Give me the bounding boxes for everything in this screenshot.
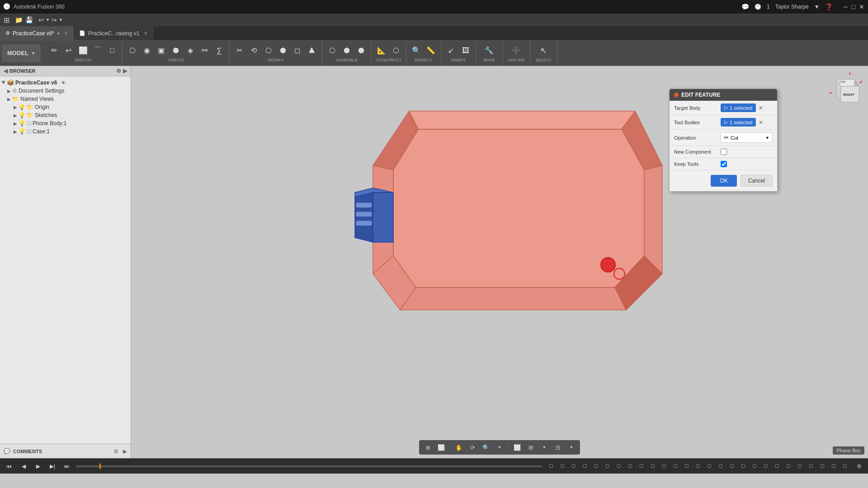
timeline-event-26[interactable]: ⬡ [840,461,850,471]
ribbon-create-combine-icon[interactable]: ∑ [213,44,226,57]
timeline-event-23[interactable]: ⬡ [806,461,816,471]
operation-dropdown[interactable]: ✂ Cut ▼ [721,132,773,143]
ribbon-create-revolve-icon[interactable]: ◉ [141,44,153,57]
tool-bodies-clear-btn[interactable]: ✕ [759,119,763,126]
app-menu-icon[interactable]: ⊞ [4,16,9,24]
ribbon-sketch-line-icon[interactable]: ⬜ [77,44,90,57]
keep-tools-checkbox[interactable] [721,161,727,167]
viewport-fit-btn[interactable]: ⬜ [435,441,447,453]
tree-item-origin[interactable]: ▶ 💡 📁 Origin [0,103,131,111]
ribbon-create-hole-icon[interactable]: ◈ [184,44,197,57]
tree-item-doc-settings[interactable]: ▶ ⚙ Document Settings [0,87,131,95]
timeline-event-0[interactable]: ⬡ [546,461,556,471]
open-icon[interactable]: 📁 [15,16,23,23]
undo-icon[interactable]: ↩ [38,16,44,23]
viewport-zoom-btn[interactable]: 🔍 [480,441,492,453]
timeline-event-6[interactable]: ⬡ [614,461,624,471]
timeline-event-4[interactable]: ⬡ [591,461,601,471]
comments-settings-icon[interactable]: ⚙ [113,448,118,455]
viewport-zoom-dropdown-btn[interactable]: ▼ [494,441,505,453]
viewport[interactable]: RIGHT TOP EDIT FEATURE Target Body ▷ 1 s… [131,66,868,458]
minimize-button[interactable]: ─ [844,3,848,10]
viewport-display-btn[interactable]: ⬜ [511,441,523,453]
cancel-button[interactable]: Cancel [741,175,773,187]
ribbon-construct-plane-icon[interactable]: 📐 [375,44,388,57]
timeline-event-13[interactable]: ⬡ [693,461,703,471]
close-button[interactable]: ✕ [859,3,864,10]
timeline-event-18[interactable]: ⬡ [750,461,760,471]
ribbon-inspect-section-icon[interactable]: 📏 [425,44,437,57]
timeline-event-22[interactable]: ⬡ [795,461,805,471]
timeline-event-3[interactable]: ⬡ [580,461,590,471]
timeline-event-11[interactable]: ⬡ [670,461,680,471]
ribbon-assemble-motion-icon[interactable]: ⬣ [355,44,368,57]
ribbon-sketch-rect-icon[interactable]: □ [106,44,118,57]
ribbon-sketch-create-icon[interactable]: ✏ [48,44,61,57]
timeline-play-btn[interactable]: ▶ [33,461,43,472]
timeline-event-20[interactable]: ⬡ [772,461,782,471]
ribbon-construct-axis-icon[interactable]: ⬡ [390,44,402,57]
ribbon-make-print-icon[interactable]: 🔧 [483,44,495,57]
ribbon-modify-combine-icon[interactable]: ◻ [291,44,304,57]
save-icon[interactable]: 💾 [25,16,33,23]
timeline-event-5[interactable]: ⬡ [603,461,613,471]
redo-icon[interactable]: ↪ [52,16,57,23]
tree-item-phone-body[interactable]: ▶ 💡 ⬡ Phone Body:1 [0,119,131,127]
timeline-event-14[interactable]: ⬡ [704,461,714,471]
sidebar-collapse-icon[interactable]: ◀ [4,68,8,74]
ribbon-modify-fillet-icon[interactable]: ✂ [233,44,246,57]
ribbon-insert-mcmaster-icon[interactable]: ↙ [445,44,458,57]
timeline-event-15[interactable]: ⬡ [716,461,726,471]
ribbon-modify-chamfer-icon[interactable]: ⟲ [248,44,260,57]
tab-drawing[interactable]: 📄 PracticeC...rawing v1 ✕ [74,26,153,40]
timeline-last-btn[interactable]: ⏭ [61,461,72,472]
redo-dropdown-icon[interactable]: ▼ [59,18,63,22]
ribbon-sketch-arc-icon[interactable]: ⌒ [91,44,104,57]
viewport-grid-btn[interactable]: ⊞ [525,441,537,453]
user-dropdown-icon[interactable]: ▼ [814,4,820,10]
timeline-event-19[interactable]: ⬡ [761,461,771,471]
tab-close-0[interactable]: ✕ [64,31,68,36]
tree-item-sketches[interactable]: ▶ 💡 📁 Sketches [0,111,131,119]
tree-item-named-views[interactable]: ▶ 📁 Named Views [0,95,131,103]
timeline-track[interactable] [76,465,542,467]
timeline-event-1[interactable]: ⬡ [557,461,567,471]
maximize-button[interactable]: □ [852,3,855,10]
ribbon-sketch-undo-icon[interactable]: ↩ [62,44,75,57]
timeline-event-17[interactable]: ⬡ [738,461,748,471]
help-icon[interactable]: ❓ [825,3,833,10]
ribbon-select-icon[interactable]: ↖ [537,44,550,57]
viewport-view-btn[interactable]: ⊟ [552,441,564,453]
timeline-settings-btn[interactable]: ⚙ [854,461,864,472]
ribbon-create-pattern-icon[interactable]: ⚯ [198,44,211,57]
ribbon-create-sweep-icon[interactable]: ▣ [155,44,168,57]
timeline-event-7[interactable]: ⬡ [625,461,635,471]
ribbon-inspect-measure-icon[interactable]: 🔍 [410,44,423,57]
viewport-home-btn[interactable]: ⊕ [422,441,434,453]
ribbon-assemble-rigid-icon[interactable]: ⬢ [340,44,353,57]
ribbon-create-loft-icon[interactable]: ⬢ [170,44,182,57]
ribbon-modify-shell-icon[interactable]: ⬡ [262,44,275,57]
tool-bodies-selected-btn[interactable]: ▷ 1 selected [721,118,756,127]
timeline-event-25[interactable]: ⬡ [829,461,839,471]
timeline-next-btn[interactable]: ▶| [47,461,58,472]
tab-close-1[interactable]: ✕ [144,31,147,36]
timeline-event-10[interactable]: ⬡ [659,461,669,471]
timeline-event-24[interactable]: ⬡ [817,461,827,471]
tree-item-case[interactable]: ▶ 💡 ⬡ Case:1 [0,127,131,136]
viewport-grid-dropdown-btn[interactable]: ▼ [538,441,550,453]
target-body-clear-btn[interactable]: ✕ [759,105,763,111]
timeline-event-9[interactable]: ⬡ [648,461,658,471]
target-body-selected-btn[interactable]: ▷ 1 selected [721,103,756,112]
ok-button[interactable]: OK [711,175,736,187]
tab-practicecasev6[interactable]: ⚙ PracticeCase v6* ● ✕ [0,26,74,40]
ribbon-assemble-joint-icon[interactable]: ⬡ [326,44,339,57]
chat-icon[interactable]: 💬 [741,3,749,10]
model-mode-button[interactable]: MODEL ▼ [2,44,41,62]
undo-dropdown-icon[interactable]: ▼ [46,18,50,22]
browser-settings-icon[interactable]: ⚙ [116,68,121,74]
ribbon-addins-icon[interactable]: ➕ [510,44,523,57]
timeline-event-16[interactable]: ⬡ [727,461,737,471]
viewport-view-dropdown-btn[interactable]: ▼ [566,441,577,453]
timeline-first-btn[interactable]: ⏮ [4,461,14,472]
